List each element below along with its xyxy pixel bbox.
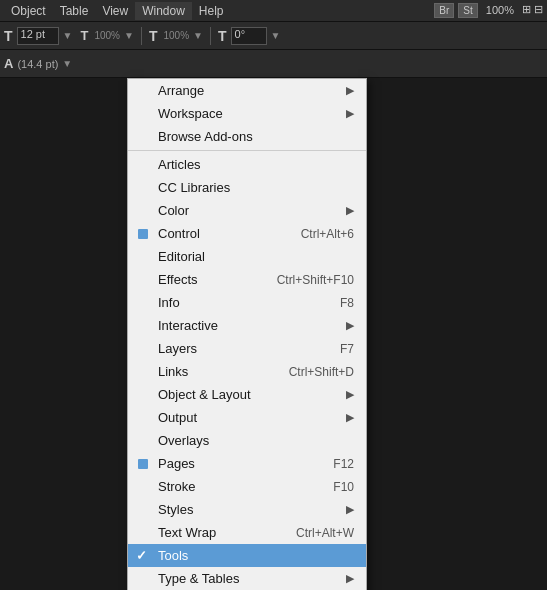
info-label: Info xyxy=(158,295,320,310)
br-badge: Br xyxy=(434,3,454,18)
object-layout-arrow: ▶ xyxy=(346,388,354,401)
menu-item-articles[interactable]: Articles xyxy=(128,153,366,176)
degree-input[interactable]: 0° xyxy=(231,27,267,45)
toolbar-sep-2 xyxy=(210,27,211,45)
menu-item-pages[interactable]: ✓ Pages F12 xyxy=(128,452,366,475)
type-tables-label: Type & Tables xyxy=(158,571,336,586)
menu-item-stroke[interactable]: Stroke F10 xyxy=(128,475,366,498)
menu-item-links[interactable]: Links Ctrl+Shift+D xyxy=(128,360,366,383)
articles-label: Articles xyxy=(158,157,354,172)
color-arrow: ▶ xyxy=(346,204,354,217)
a-icon: A xyxy=(4,56,13,71)
percent2-label: 100% xyxy=(163,30,189,41)
degree-arrow[interactable]: ▼ xyxy=(271,30,281,41)
effects-shortcut: Ctrl+Shift+F10 xyxy=(277,273,354,287)
links-label: Links xyxy=(158,364,269,379)
tools-checkmark: ✓ xyxy=(136,548,147,563)
tools-label: Tools xyxy=(158,548,354,563)
browse-addons-label: Browse Add-ons xyxy=(158,129,354,144)
output-label: Output xyxy=(158,410,336,425)
control-checkmark: ✓ xyxy=(136,226,147,241)
layers-label: Layers xyxy=(158,341,320,356)
info-shortcut: F8 xyxy=(340,296,354,310)
layers-shortcut: F7 xyxy=(340,342,354,356)
control-label: Control xyxy=(158,226,281,241)
menu-table[interactable]: Table xyxy=(53,2,96,20)
editorial-label: Editorial xyxy=(158,249,354,264)
menu-item-control[interactable]: ✓ Control Ctrl+Alt+6 xyxy=(128,222,366,245)
font-name-icon: T xyxy=(80,28,88,43)
percent2-arrow[interactable]: ▼ xyxy=(193,30,203,41)
menu-item-overlays[interactable]: Overlays xyxy=(128,429,366,452)
control-shortcut: Ctrl+Alt+6 xyxy=(301,227,354,241)
workspace: Arrange ▶ Workspace ▶ Browse Add-ons Art… xyxy=(0,78,547,588)
st-badge: St xyxy=(458,3,477,18)
t-icon-3: T xyxy=(218,28,227,44)
menu-item-layers[interactable]: Layers F7 xyxy=(128,337,366,360)
window-dropdown: Arrange ▶ Workspace ▶ Browse Add-ons Art… xyxy=(127,78,367,590)
menu-window[interactable]: Window xyxy=(135,2,192,20)
menu-item-editorial[interactable]: Editorial xyxy=(128,245,366,268)
pt-value: (14.4 pt) xyxy=(17,58,58,70)
arrange-label: Arrange xyxy=(158,83,336,98)
percent-label: 100% xyxy=(94,30,120,41)
type-tables-arrow: ▶ xyxy=(346,572,354,585)
toolbar-sep-1 xyxy=(141,27,142,45)
menu-item-color[interactable]: Color ▶ xyxy=(128,199,366,222)
zoom-percent: 100% xyxy=(482,3,518,18)
links-shortcut: Ctrl+Shift+D xyxy=(289,365,354,379)
color-label: Color xyxy=(158,203,336,218)
toolbar-2: A (14.4 pt) ▼ xyxy=(0,50,547,78)
percent-arrow[interactable]: ▼ xyxy=(124,30,134,41)
menu-object[interactable]: Object xyxy=(4,2,53,20)
menu-item-info[interactable]: Info F8 xyxy=(128,291,366,314)
workspace-arrow: ▶ xyxy=(346,107,354,120)
interactive-label: Interactive xyxy=(158,318,336,333)
font-size-input[interactable]: 12 pt xyxy=(17,27,59,45)
styles-arrow: ▶ xyxy=(346,503,354,516)
font-size-arrow[interactable]: ▼ xyxy=(63,30,73,41)
toolbar-1: T 12 pt ▼ T 100% ▼ T 100% ▼ T 0° ▼ xyxy=(0,22,547,50)
menu-view[interactable]: View xyxy=(95,2,135,20)
text-wrap-label: Text Wrap xyxy=(158,525,276,540)
effects-label: Effects xyxy=(158,272,257,287)
overlays-label: Overlays xyxy=(158,433,354,448)
menu-item-tools[interactable]: ✓ Tools xyxy=(128,544,366,567)
object-layout-label: Object & Layout xyxy=(158,387,336,402)
menu-item-effects[interactable]: Effects Ctrl+Shift+F10 xyxy=(128,268,366,291)
stroke-shortcut: F10 xyxy=(333,480,354,494)
menu-item-styles[interactable]: Styles ▶ xyxy=(128,498,366,521)
menu-bar: Object Table View Window Help Br St 100%… xyxy=(0,0,547,22)
menu-help[interactable]: Help xyxy=(192,2,231,20)
menu-item-arrange[interactable]: Arrange ▶ xyxy=(128,79,366,102)
pt-arrow[interactable]: ▼ xyxy=(62,58,72,69)
interactive-arrow: ▶ xyxy=(346,319,354,332)
sep-1 xyxy=(128,150,366,151)
menu-item-cc-libraries[interactable]: CC Libraries xyxy=(128,176,366,199)
text-wrap-shortcut: Ctrl+Alt+W xyxy=(296,526,354,540)
menu-item-workspace[interactable]: Workspace ▶ xyxy=(128,102,366,125)
cc-libraries-label: CC Libraries xyxy=(158,180,354,195)
pages-shortcut: F12 xyxy=(333,457,354,471)
styles-label: Styles xyxy=(158,502,336,517)
stroke-label: Stroke xyxy=(158,479,313,494)
pages-checkmark: ✓ xyxy=(136,456,147,471)
menu-item-object-layout[interactable]: Object & Layout ▶ xyxy=(128,383,366,406)
output-arrow: ▶ xyxy=(346,411,354,424)
pages-label: Pages xyxy=(158,456,313,471)
menu-item-browse-addons[interactable]: Browse Add-ons xyxy=(128,125,366,148)
view-icons: ⊞ ⊟ xyxy=(522,3,543,18)
type-tool-icon: T xyxy=(4,28,13,44)
arrange-arrow: ▶ xyxy=(346,84,354,97)
menu-item-type-tables[interactable]: Type & Tables ▶ xyxy=(128,567,366,590)
t-icon-2: T xyxy=(149,28,158,44)
menu-item-interactive[interactable]: Interactive ▶ xyxy=(128,314,366,337)
menu-item-output[interactable]: Output ▶ xyxy=(128,406,366,429)
menu-item-text-wrap[interactable]: Text Wrap Ctrl+Alt+W xyxy=(128,521,366,544)
workspace-label: Workspace xyxy=(158,106,336,121)
